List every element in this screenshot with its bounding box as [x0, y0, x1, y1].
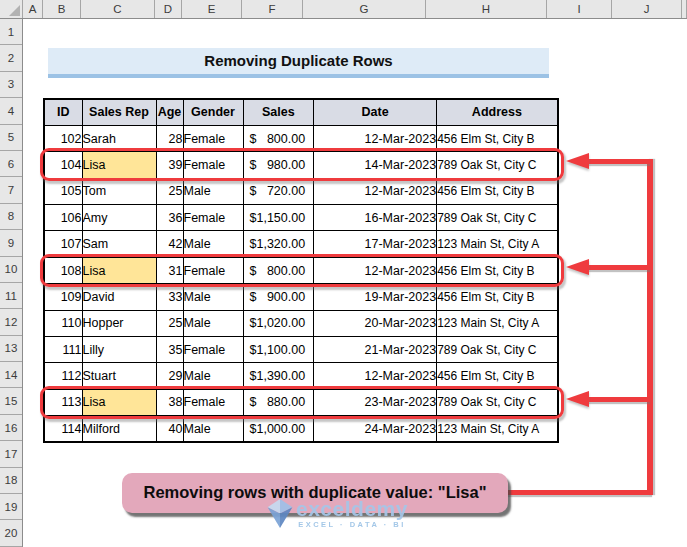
duplicate-cell-sales-rep-108[interactable]: Lisa: [82, 257, 156, 283]
table-header-gender[interactable]: Gender: [183, 99, 243, 125]
cell-gender-105[interactable]: Male: [183, 178, 243, 204]
cell-id-111[interactable]: 111: [44, 337, 82, 363]
row-header-9[interactable]: 9: [0, 230, 22, 256]
cell-sales-106[interactable]: $1,150.00: [243, 205, 314, 231]
cell-age-113[interactable]: 38: [156, 389, 183, 415]
cell-gender-104[interactable]: Female: [183, 152, 243, 178]
cell-date-112[interactable]: 12-Mar-2023: [314, 363, 437, 389]
cell-id-110[interactable]: 110: [44, 310, 82, 336]
cell-gender-110[interactable]: Male: [183, 310, 243, 336]
select-all-corner[interactable]: [0, 0, 23, 18]
cell-gender-109[interactable]: Male: [183, 284, 243, 310]
cell-age-111[interactable]: 35: [156, 337, 183, 363]
cell-id-113[interactable]: 113: [44, 389, 82, 415]
row-header-8[interactable]: 8: [0, 204, 22, 230]
cell-sales-rep-106[interactable]: Amy: [82, 205, 156, 231]
cell-gender-107[interactable]: Male: [183, 231, 243, 257]
table-header-id[interactable]: ID: [44, 99, 82, 125]
cell-sales-rep-109[interactable]: David: [82, 284, 156, 310]
row-header-13[interactable]: 13: [0, 336, 22, 362]
cell-sales-rep-111[interactable]: Lilly: [82, 337, 156, 363]
row-header-16[interactable]: 16: [0, 415, 22, 441]
row-header-6[interactable]: 6: [0, 151, 22, 177]
cell-age-105[interactable]: 25: [156, 178, 183, 204]
cell-address-113[interactable]: 789 Oak St, City C: [437, 389, 558, 415]
cell-date-106[interactable]: 16-Mar-2023: [314, 205, 437, 231]
column-header-H[interactable]: H: [426, 0, 547, 18]
table-header-address[interactable]: Address: [437, 99, 558, 125]
cell-date-109[interactable]: 19-Mar-2023: [314, 284, 437, 310]
cell-age-109[interactable]: 33: [156, 284, 183, 310]
cell-age-112[interactable]: 29: [156, 363, 183, 389]
cell-sales-114[interactable]: $1,000.00: [243, 416, 314, 442]
row-header-5[interactable]: 5: [0, 125, 22, 151]
row-header-11[interactable]: 11: [0, 283, 22, 309]
cell-date-110[interactable]: 20-Mar-2023: [314, 310, 437, 336]
cell-id-112[interactable]: 112: [44, 363, 82, 389]
cell-sales-rep-105[interactable]: Tom: [82, 178, 156, 204]
cell-id-105[interactable]: 105: [44, 178, 82, 204]
cell-id-104[interactable]: 104: [44, 152, 82, 178]
cell-gender-113[interactable]: Female: [183, 389, 243, 415]
row-header-15[interactable]: 15: [0, 388, 22, 414]
cell-date-105[interactable]: 12-Mar-2023: [314, 178, 437, 204]
cell-age-114[interactable]: 40: [156, 416, 183, 442]
cell-id-102[interactable]: 102: [44, 125, 82, 151]
cell-address-112[interactable]: 456 Elm St, City B: [437, 363, 558, 389]
cell-sales-rep-110[interactable]: Hopper: [82, 310, 156, 336]
cell-sales-109[interactable]: $900.00: [243, 284, 314, 310]
row-header-1[interactable]: 1: [0, 19, 22, 45]
cell-sales-105[interactable]: $720.00: [243, 178, 314, 204]
table-header-sales-rep[interactable]: Sales Rep: [82, 99, 156, 125]
cell-date-102[interactable]: 12-Mar-2023: [314, 125, 437, 151]
cell-age-108[interactable]: 31: [156, 257, 183, 283]
cell-sales-108[interactable]: $800.00: [243, 257, 314, 283]
column-header-J[interactable]: J: [612, 0, 682, 18]
cell-id-108[interactable]: 108: [44, 257, 82, 283]
cell-date-108[interactable]: 12-Mar-2023: [314, 257, 437, 283]
cell-age-107[interactable]: 42: [156, 231, 183, 257]
cell-id-107[interactable]: 107: [44, 231, 82, 257]
cell-sales-112[interactable]: $1,390.00: [243, 363, 314, 389]
cell-age-102[interactable]: 28: [156, 125, 183, 151]
cell-sales-rep-107[interactable]: Sam: [82, 231, 156, 257]
cell-age-104[interactable]: 39: [156, 152, 183, 178]
cell-address-107[interactable]: 123 Main St, City A: [437, 231, 558, 257]
cell-address-111[interactable]: 789 Oak St, City C: [437, 337, 558, 363]
cell-id-114[interactable]: 114: [44, 416, 82, 442]
column-header-I[interactable]: I: [547, 0, 612, 18]
cell-id-106[interactable]: 106: [44, 205, 82, 231]
cell-age-110[interactable]: 25: [156, 310, 183, 336]
cell-sales-rep-114[interactable]: Milford: [82, 416, 156, 442]
cell-address-104[interactable]: 789 Oak St, City C: [437, 152, 558, 178]
cell-sales-111[interactable]: $1,100.00: [243, 337, 314, 363]
cell-address-109[interactable]: 456 Elm St, City B: [437, 284, 558, 310]
column-header-D[interactable]: D: [155, 0, 182, 18]
cell-date-114[interactable]: 24-Mar-2023: [314, 416, 437, 442]
cell-address-102[interactable]: 456 Elm St, City B: [437, 125, 558, 151]
cell-id-109[interactable]: 109: [44, 284, 82, 310]
row-header-4[interactable]: 4: [0, 98, 22, 124]
column-header-F[interactable]: F: [242, 0, 303, 18]
cell-sales-113[interactable]: $880.00: [243, 389, 314, 415]
cell-sales-110[interactable]: $1,020.00: [243, 310, 314, 336]
table-header-age[interactable]: Age: [156, 99, 183, 125]
row-header-14[interactable]: 14: [0, 362, 22, 388]
cell-gender-114[interactable]: Male: [183, 416, 243, 442]
duplicate-cell-sales-rep-104[interactable]: Lisa: [82, 152, 156, 178]
cell-sales-104[interactable]: $980.00: [243, 152, 314, 178]
cell-date-104[interactable]: 14-Mar-2023: [314, 152, 437, 178]
column-header-C[interactable]: C: [81, 0, 155, 18]
cell-date-107[interactable]: 17-Mar-2023: [314, 231, 437, 257]
cell-gender-108[interactable]: Female: [183, 257, 243, 283]
cell-address-105[interactable]: 456 Elm St, City B: [437, 178, 558, 204]
table-header-date[interactable]: Date: [314, 99, 437, 125]
cell-address-108[interactable]: 456 Elm St, City B: [437, 257, 558, 283]
cell-sales-rep-112[interactable]: Stuart: [82, 363, 156, 389]
cell-gender-102[interactable]: Female: [183, 125, 243, 151]
cell-address-110[interactable]: 123 Main St, City A: [437, 310, 558, 336]
row-header-10[interactable]: 10: [0, 257, 22, 283]
cell-sales-102[interactable]: $800.00: [243, 125, 314, 151]
column-header-A[interactable]: A: [23, 0, 43, 18]
cell-date-113[interactable]: 23-Mar-2023: [314, 389, 437, 415]
